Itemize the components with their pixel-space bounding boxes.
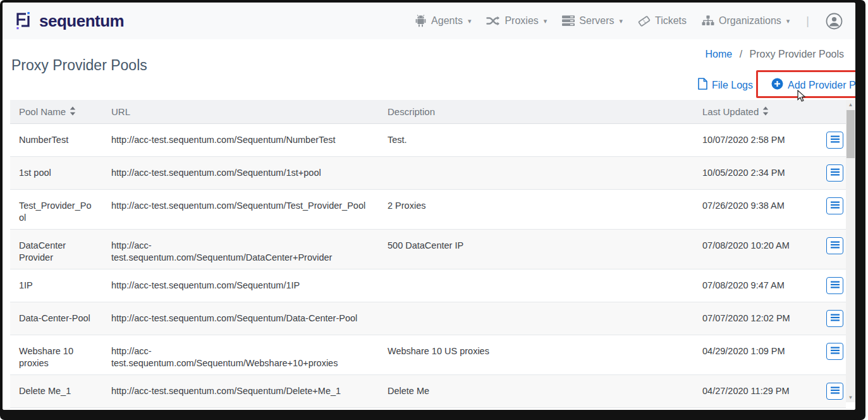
cell-url: http://acc-test.sequentum.com/Sequentum/… (102, 269, 379, 302)
cell-pool-name: Test_Provider_Pool (10, 190, 102, 229)
table-row[interactable]: Delete Me_1 http://acc-test.sequentum.co… (10, 375, 846, 408)
chevron-down-icon: ▾ (544, 17, 547, 25)
cell-url: http://acc-test.sequentum.com/Sequentum/… (102, 230, 379, 269)
table-row[interactable]: 1st pool http://acc-test.sequentum.com/S… (10, 157, 846, 190)
cell-description (379, 408, 694, 412)
cell-last-updated: 04/29/2020 1:09 PM (694, 335, 817, 374)
android-icon (415, 15, 427, 27)
row-menu-button[interactable] (826, 343, 843, 360)
table-row[interactable]: 1IP http://acc-test.sequentum.com/Sequen… (10, 269, 846, 302)
hamburger-menu-icon (831, 201, 840, 211)
user-menu-button[interactable] (826, 13, 843, 30)
ticket-icon (638, 15, 651, 27)
scrollbar-up-arrow[interactable]: ▲ (846, 100, 855, 109)
table-row[interactable]: Webshare 10 proxies http://acc-test.sequ… (10, 335, 846, 375)
cell-last-updated (694, 408, 817, 412)
nav-servers-label: Servers (579, 15, 614, 27)
cell-pool-name (10, 408, 102, 412)
column-header-description: Description (379, 106, 694, 117)
cell-url: http://acc-test.sequentum.com/Sequentum/… (102, 190, 379, 229)
cell-last-updated: 07/26/2020 9:38 AM (694, 190, 817, 229)
table-header-row: Pool Name URL Description Last Updated (10, 100, 846, 124)
page-title: Proxy Provider Pools (11, 57, 147, 74)
nav-tickets[interactable]: Tickets (638, 15, 687, 27)
provider-pools-table: Pool Name URL Description Last Updated (10, 100, 846, 412)
row-menu-button[interactable] (826, 237, 843, 254)
chevron-down-icon: ▾ (786, 17, 790, 25)
table-row[interactable]: Test_Provider_Pool http://acc-test.seque… (10, 190, 846, 230)
nav-servers[interactable]: Servers ▾ (562, 15, 623, 27)
hamburger-menu-icon (831, 281, 840, 290)
cell-actions (817, 302, 846, 335)
column-header-pool-name[interactable]: Pool Name (10, 106, 102, 118)
table-row[interactable]: Data-Center-Pool http://acc-test.sequent… (10, 302, 846, 335)
row-menu-button[interactable] (826, 310, 843, 327)
main-nav: Agents ▾ Proxies ▾ (415, 13, 843, 30)
plus-circle-icon (771, 78, 783, 92)
scrollbar-down-arrow[interactable]: ▼ (846, 393, 855, 402)
cell-actions (817, 269, 846, 302)
file-logs-button[interactable]: File Logs (698, 78, 753, 92)
cell-url: http://acc-test.sequentum.com/Sequentum/… (102, 375, 379, 407)
cell-last-updated: 10/07/2020 2:58 PM (694, 124, 817, 156)
table-scrollbar[interactable]: ▲ ▼ (846, 100, 855, 402)
hamburger-menu-icon (831, 241, 840, 250)
row-menu-button[interactable] (826, 383, 843, 400)
brand-name: sequentum (39, 11, 124, 31)
user-circle-icon (826, 13, 843, 30)
cell-description: 500 DataCenter IP (379, 230, 694, 269)
table-row[interactable] (10, 408, 846, 412)
app-window: sequentum Agents (0, 0, 858, 412)
file-logs-label: File Logs (712, 80, 753, 91)
brand-logo[interactable]: sequentum (13, 9, 124, 33)
cell-description: 2 Proxies (379, 190, 694, 229)
sort-icon[interactable] (70, 106, 76, 118)
cell-last-updated: 10/05/2020 2:34 PM (694, 157, 817, 189)
nav-agents-label: Agents (431, 15, 463, 27)
add-provider-pool-button[interactable]: Add Provider Pool (771, 78, 858, 92)
nav-organizations-label: Organizations (719, 15, 781, 27)
file-icon (698, 78, 707, 92)
chevron-down-icon: ▾ (619, 17, 623, 25)
cell-actions (817, 157, 846, 189)
cell-description: Test. (379, 124, 694, 156)
cell-actions (817, 230, 846, 269)
scrollbar-thumb[interactable] (847, 110, 855, 158)
table-row[interactable]: DataCenter Provider http://acc-test.sequ… (10, 230, 846, 269)
cell-url: http://acc-test.sequentum.com/Sequentum/… (102, 335, 379, 374)
cell-pool-name: Webshare 10 proxies (10, 335, 102, 374)
cell-actions (817, 408, 846, 412)
cell-description: Delete Me (379, 375, 694, 407)
organization-icon (702, 15, 714, 27)
cell-pool-name: Delete Me_1 (10, 375, 102, 407)
cell-url: http://acc-test.sequentum.com/Sequentum/… (102, 302, 379, 335)
cell-description (379, 157, 694, 189)
cell-description: Webshare 10 US proxies (379, 335, 694, 374)
row-menu-button[interactable] (826, 197, 843, 214)
row-menu-button[interactable] (826, 132, 843, 149)
column-header-url: URL (102, 106, 379, 117)
hamburger-menu-icon (831, 314, 840, 323)
column-header-last-updated[interactable]: Last Updated (694, 106, 817, 118)
mouse-cursor-icon (795, 90, 807, 105)
nav-organizations[interactable]: Organizations ▾ (702, 15, 790, 27)
hamburger-menu-icon (831, 386, 840, 396)
cell-actions (817, 124, 846, 156)
hamburger-menu-icon (831, 347, 840, 356)
row-menu-button[interactable] (826, 164, 843, 182)
shuffle-icon (486, 15, 500, 27)
cell-pool-name: Data-Center-Pool (10, 302, 102, 335)
cell-description (379, 302, 694, 335)
nav-agents[interactable]: Agents ▾ (415, 15, 471, 27)
page: sequentum Agents (3, 3, 855, 410)
table-row[interactable]: NumberTest http://acc-test.sequentum.com… (10, 124, 846, 157)
row-menu-button[interactable] (826, 277, 843, 294)
sort-icon[interactable] (762, 106, 769, 118)
breadcrumb-home-link[interactable]: Home (706, 49, 733, 59)
top-navbar: sequentum Agents (3, 3, 855, 39)
sequentum-logo-icon (13, 9, 34, 33)
nav-proxies[interactable]: Proxies ▾ (486, 15, 547, 27)
hamburger-menu-icon (831, 168, 840, 178)
cell-actions (817, 375, 846, 407)
add-provider-pool-label: Add Provider Pool (788, 80, 858, 91)
